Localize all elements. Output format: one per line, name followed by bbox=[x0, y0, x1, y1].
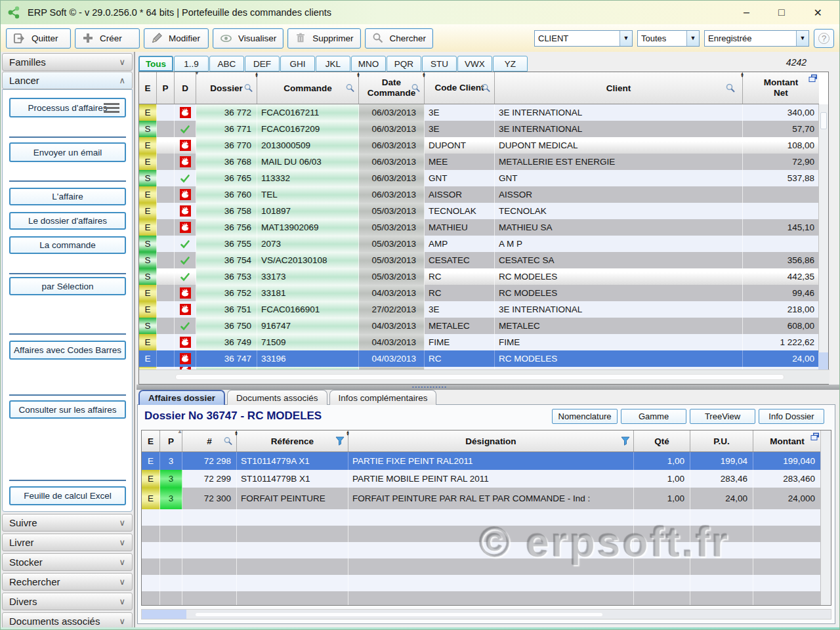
col-header-dossier[interactable]: Dossier bbox=[196, 72, 257, 104]
alpha-tab-def[interactable]: DEF bbox=[245, 56, 280, 72]
orders-horizontal-scrollbar[interactable] bbox=[139, 369, 830, 384]
status-filter-dropdown[interactable]: Enregistrée ▼ bbox=[704, 30, 809, 47]
col-header-montant-net[interactable]: Montant Net bbox=[743, 72, 819, 104]
order-row[interactable]: E36 772FCAC016721106/03/20133E3E INTERNA… bbox=[139, 104, 819, 121]
info-dossier-button[interactable]: Info Dossier bbox=[759, 409, 824, 424]
sidebar-section-divers[interactable]: Divers ∨ bbox=[2, 593, 133, 610]
dossier-affaires-button[interactable]: Le dossier d'affaires bbox=[9, 212, 126, 230]
view-button[interactable]: Visualiser bbox=[213, 28, 284, 49]
col-header-p[interactable]: P bbox=[157, 72, 175, 104]
gamme-button[interactable]: Gamme bbox=[621, 409, 686, 424]
order-row[interactable]: S36 76511333206/03/2013GNTGNT537,88 bbox=[139, 170, 819, 186]
order-row[interactable]: S36 7533317305/03/2013RCRC MODELES442,35 bbox=[139, 268, 819, 285]
col-header-date-commande[interactable]: Date Commande bbox=[359, 72, 425, 104]
order-row[interactable]: E36 770201300050906/03/2013DUPONTDUPONT … bbox=[139, 137, 819, 154]
send-email-button[interactable]: Envoyer un émail bbox=[9, 142, 126, 162]
order-row[interactable]: E36 756MAT1390206905/03/2013MATHIEUMATHI… bbox=[139, 219, 819, 236]
detail-vertical-scrollbar[interactable] bbox=[820, 430, 831, 605]
detail-row[interactable]: E372 300FORFAIT PEINTUREFORFAIT PEINTURE… bbox=[142, 488, 821, 509]
process-button[interactable]: Processus d'affaires bbox=[9, 98, 126, 117]
order-row[interactable]: E36 7523318104/03/2013RCRC MODELES99,46 bbox=[139, 285, 819, 301]
filter-icon[interactable] bbox=[621, 436, 630, 446]
search-icon[interactable] bbox=[243, 83, 253, 93]
order-row[interactable]: S36 754VS/AC2013010805/03/2013CESATECCES… bbox=[139, 252, 819, 268]
search-button[interactable]: Chercher bbox=[365, 28, 434, 49]
search-icon[interactable] bbox=[223, 436, 233, 446]
alpha-tab-abc[interactable]: ABC bbox=[209, 56, 244, 72]
col-header-d[interactable]: D bbox=[175, 72, 196, 104]
alpha-tab-ghi[interactable]: GHI bbox=[280, 56, 315, 72]
detail-row[interactable]: E372 298ST10114779A X1PARTIE FIXE PEINT … bbox=[142, 452, 821, 470]
tab-infos-complementaires[interactable]: Infos complémentaires bbox=[329, 390, 437, 405]
alpha-tab-yz[interactable]: YZ bbox=[493, 56, 528, 72]
col-header-qte[interactable]: Qté bbox=[634, 430, 690, 452]
sidebar-section-suivre[interactable]: Suivre ∨ bbox=[2, 514, 133, 532]
excel-button[interactable]: Feuille de calcul Excel bbox=[9, 486, 126, 505]
close-button[interactable]: ✕ bbox=[814, 7, 822, 19]
col-header-num[interactable]: # bbox=[182, 430, 237, 452]
search-icon[interactable] bbox=[411, 83, 421, 93]
card-view-icon[interactable] bbox=[810, 432, 820, 441]
col-header-commande[interactable]: Commande bbox=[257, 72, 359, 104]
sidebar-section-rechercher[interactable]: Rechercher ∨ bbox=[2, 573, 133, 591]
minimize-button[interactable]: – bbox=[744, 7, 749, 18]
alpha-tab-mno[interactable]: MNO bbox=[351, 56, 386, 72]
splitter-grip-icon[interactable]: ▪▪▪▪▪▪▪▪▪▪▪▪ bbox=[412, 385, 448, 390]
create-button[interactable]: Créer bbox=[75, 28, 140, 49]
search-icon[interactable] bbox=[725, 83, 736, 93]
scrollbar-thumb[interactable] bbox=[820, 112, 827, 129]
client-filter-dropdown[interactable]: CLIENT ▼ bbox=[534, 30, 633, 47]
order-row[interactable]: E36 751FCAC016690127/02/20133E3E INTERNA… bbox=[139, 301, 819, 318]
col-header-code-client[interactable]: Code Client bbox=[425, 72, 495, 104]
tab-documents-associes[interactable]: Documents associés bbox=[227, 390, 327, 405]
alpha-tab-pqr[interactable]: PQR bbox=[387, 56, 421, 72]
sidebar-section-lancer[interactable]: Lancer ∧ bbox=[2, 72, 133, 89]
col-header-pu[interactable]: P.U. bbox=[690, 430, 753, 452]
detail-row[interactable]: E372 299ST10114779B X1PARTIE MOBILE PEIN… bbox=[142, 470, 821, 488]
col-header-montant[interactable]: Montant bbox=[753, 430, 821, 452]
modify-button[interactable]: Modifier bbox=[144, 28, 209, 49]
codes-barres-button[interactable]: Affaires avec Codes Barres bbox=[9, 341, 126, 360]
help-button[interactable]: ? bbox=[814, 29, 834, 48]
scrollbar-thumb[interactable] bbox=[196, 613, 602, 616]
quit-button[interactable]: Quitter bbox=[6, 28, 71, 49]
filter-icon[interactable] bbox=[335, 436, 345, 446]
toutes-filter-dropdown[interactable]: Toutes ▼ bbox=[637, 30, 700, 47]
par-selection-button[interactable]: par Sélection bbox=[9, 277, 126, 295]
maximize-button[interactable]: □ bbox=[778, 7, 785, 18]
order-row[interactable]: E36 7473319604/03/2013RCRC MODELES24,00 bbox=[139, 350, 819, 367]
tab-affaires-dossier[interactable]: Affaires dossier bbox=[138, 390, 225, 405]
affaire-button[interactable]: L'affaire bbox=[9, 188, 126, 205]
alpha-tab-stu[interactable]: STU bbox=[422, 56, 457, 72]
order-row[interactable]: S36 75091674704/03/2013METALECMETALEC608… bbox=[139, 318, 819, 334]
commande-button[interactable]: La commande bbox=[9, 236, 126, 254]
col-header-designation[interactable]: Désignation bbox=[348, 430, 634, 452]
consulter-affaires-button[interactable]: Consulter sur les affaires bbox=[9, 400, 126, 419]
alpha-tab-tous[interactable]: Tous bbox=[138, 56, 173, 72]
col-header-e[interactable]: E bbox=[142, 430, 160, 452]
col-header-reference[interactable]: Référence bbox=[237, 430, 348, 452]
search-icon[interactable] bbox=[345, 83, 355, 93]
order-row[interactable]: S36 755207305/03/2013AMPA M P bbox=[139, 236, 819, 252]
order-row[interactable]: S36 771FCAC016720906/03/20133E3E INTERNA… bbox=[139, 121, 819, 137]
sidebar-section-familles[interactable]: Familles ∨ bbox=[2, 53, 133, 71]
delete-button[interactable]: Supprimer bbox=[287, 28, 360, 49]
panel-splitter[interactable]: ▪▪▪▪▪▪▪▪▪▪▪▪ bbox=[136, 385, 840, 390]
orders-vertical-scrollbar[interactable] bbox=[818, 104, 828, 371]
order-row[interactable]: E36 760TEL06/03/2013AISSORAISSOR bbox=[139, 186, 819, 203]
chevron-down-icon[interactable]: ▼ bbox=[620, 31, 632, 46]
col-header-client[interactable]: Client bbox=[495, 72, 743, 104]
sidebar-section-stocker[interactable]: Stocker ∨ bbox=[2, 553, 133, 571]
nomenclature-button[interactable]: Nomenclature bbox=[552, 409, 618, 424]
col-header-e[interactable]: E bbox=[139, 72, 157, 104]
alpha-tab-19[interactable]: 1..9 bbox=[174, 56, 209, 72]
chevron-down-icon[interactable]: ▼ bbox=[686, 31, 699, 46]
treeview-button[interactable]: TreeView bbox=[690, 409, 755, 424]
card-view-icon[interactable] bbox=[808, 74, 818, 83]
scrollbar-thumb[interactable] bbox=[175, 374, 784, 380]
detail-horizontal-scrollbar[interactable] bbox=[141, 609, 831, 620]
order-row[interactable]: E36 7497150904/03/2013FIMEFIME1 222,62 bbox=[139, 334, 819, 350]
alpha-tab-jkl[interactable]: JKL bbox=[316, 56, 350, 72]
order-row[interactable]: E36 768MAIL DU 06/0306/03/2013MEEMETALLE… bbox=[139, 154, 819, 170]
alpha-tab-vwx[interactable]: VWX bbox=[457, 56, 492, 72]
